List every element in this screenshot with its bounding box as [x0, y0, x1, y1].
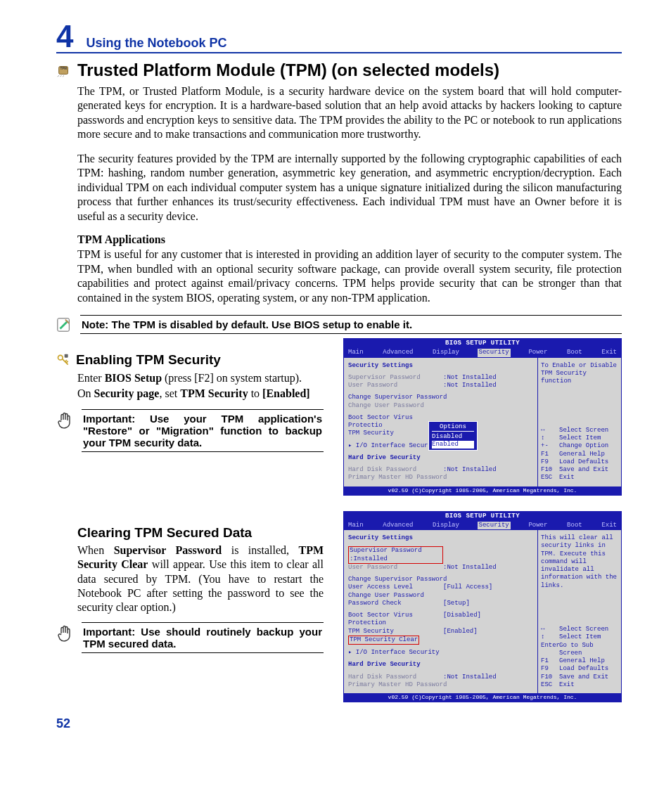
paragraph-intro: The TPM, or Trusted Platform Module, is … — [77, 84, 622, 142]
bios-right-panel: To Enable or Disable TPM Security functi… — [538, 358, 621, 486]
note-pencil-icon — [56, 317, 72, 333]
note-text: Note: The TPM is disabled by default. Us… — [80, 315, 622, 334]
h2b-text: Clearing TPM Secured Data — [77, 525, 252, 541]
stop-hand-icon — [56, 412, 75, 433]
chapter-header: 4 Using the Notebook PC — [56, 21, 622, 53]
bios-options-popup: Options Disabled Enabled — [428, 421, 478, 451]
paragraph-crypto: The security features provided by the TP… — [77, 152, 622, 224]
heading-clearing-tpm: Clearing TPM Secured Data — [77, 525, 324, 541]
svg-text:TPM: TPM — [60, 67, 68, 70]
important-text-b: Important: Use should routinely backup y… — [82, 622, 324, 653]
heading-enabling-tpm: Enabling TPM Security — [56, 352, 324, 368]
bios-footer: v02.59 (C)Copyright 1985-2005, American … — [344, 693, 621, 702]
tpm-chip-icon: TPM — [56, 63, 72, 78]
important-backup-restore: Important: Use your TPM application's "R… — [56, 409, 324, 452]
bios-right-panel: This will clear all security links in TP… — [538, 530, 621, 693]
bios-title: BIOS SETUP UTILITY — [344, 512, 621, 521]
bios-key-legend: ↔Select Screen ↕Select Item EnterGo to S… — [541, 626, 618, 689]
page-number: 52 — [56, 716, 622, 731]
bios-left-panel: Security Settings Supervisor Password :I… — [344, 530, 538, 693]
bios-menubar: MainAdvancedDisplaySecurityPowerBootExit — [344, 521, 621, 530]
clearing-paragraph: When Supervisor Password is installed, T… — [77, 543, 324, 615]
bios-key-legend: ↔Select Screen ↕Select Item +-Change Opt… — [541, 427, 618, 482]
chapter-title: Using the Notebook PC — [86, 36, 226, 51]
svg-rect-4 — [65, 354, 68, 358]
important-routine-backup: Important: Use should routinely backup y… — [56, 622, 324, 653]
paragraph-applications: TPM is useful for any customer that is i… — [77, 247, 622, 305]
bios-title: BIOS SETUP UTILITY — [344, 339, 621, 348]
key-lock-icon — [56, 353, 70, 367]
bios-screenshot-enable: BIOS SETUP UTILITY MainAdvancedDisplaySe… — [343, 338, 622, 496]
important-text-a: Important: Use your TPM application's "R… — [82, 409, 324, 452]
enable-steps: Enter BIOS Setup (press [F2] on system s… — [77, 370, 324, 401]
subheading-applications: TPM Applications — [77, 233, 622, 246]
h2a-text: Enabling TPM Security — [76, 352, 221, 368]
bios-footer: v02.59 (C)Copyright 1985-2005, American … — [344, 486, 621, 495]
bios-screenshot-clear: BIOS SETUP UTILITY MainAdvancedDisplaySe… — [343, 511, 622, 703]
chapter-number: 4 — [56, 21, 73, 52]
note-disabled-default: Note: The TPM is disabled by default. Us… — [56, 315, 622, 334]
bios-menubar: MainAdvancedDisplaySecurityPowerBootExit — [344, 348, 621, 357]
bios-left-panel: Security Settings Supervisor Password:No… — [344, 358, 538, 486]
h1-text: Trusted Platform Module (TPM) (on select… — [77, 60, 499, 80]
stop-hand-icon — [56, 625, 75, 646]
section-heading-tpm: TPM Trusted Platform Module (TPM) (on se… — [56, 60, 622, 80]
